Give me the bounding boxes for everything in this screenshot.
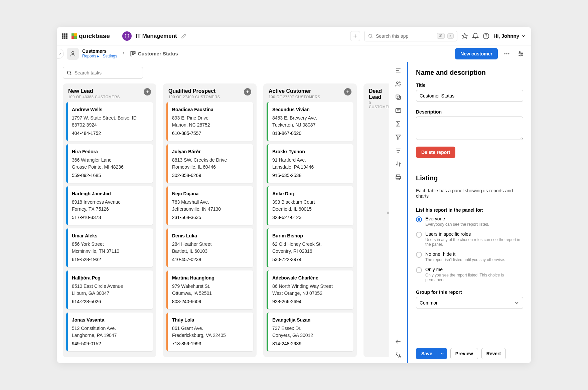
app-name[interactable]: IT Management (136, 33, 177, 39)
title-input[interactable] (416, 90, 523, 102)
radio-label: No one; hide it (425, 251, 505, 257)
card-address-line: 737 Essex Dr. (272, 325, 349, 332)
kanban-card[interactable]: Jonas Vasanta512 Constitution Ave.Langho… (66, 313, 153, 351)
radio-label: Users in specific roles (425, 231, 523, 237)
save-dropdown-button[interactable] (438, 348, 447, 359)
card-phone: 814-248-2939 (272, 340, 349, 347)
radio-label: Only me (425, 267, 523, 272)
card-name: Evangelija Suzan (272, 317, 349, 324)
column-add-button[interactable] (344, 88, 351, 95)
kanban-card[interactable]: Adebowale Charlène86 North Winding Way S… (267, 270, 353, 309)
kanban-card[interactable]: Anke Dorji393 Blackburn CourtDeerfield, … (267, 186, 353, 225)
card-address-line: 893 E. Pine Drive (172, 115, 249, 122)
board-wrap: New Lead100 OF 43388 CUSTOMERSAndrew Wel… (57, 62, 389, 363)
new-customer-button[interactable]: New customer (455, 48, 498, 59)
svg-point-6 (504, 53, 505, 54)
listing-option[interactable]: EveryoneEverybody can see the report lis… (416, 216, 523, 227)
expand-sidebar-button[interactable] (57, 49, 64, 59)
kanban-card[interactable]: Hira Fedora366 Wrangler LaneGrosse Point… (66, 144, 153, 183)
kanban-card[interactable]: Boadicea Faustina893 E. Pine DriveMarion… (166, 102, 253, 141)
star-icon[interactable] (461, 33, 468, 39)
svg-point-14 (399, 82, 400, 83)
kanban-card[interactable]: Denis Luka284 Heather StreetBartlett, IL… (166, 228, 253, 267)
rail-collapse-icon[interactable] (395, 338, 402, 345)
task-search[interactable] (63, 67, 143, 79)
kanban-card[interactable]: Julyan Bárðr8813 SW. Creekside DriveRome… (166, 144, 253, 183)
drag-handle-icon[interactable]: ⠿ (387, 210, 389, 215)
apps-switcher-icon[interactable] (62, 33, 67, 39)
kanban-card[interactable]: Martina Huanglong979 Wakehurst St.Ottumw… (166, 270, 253, 309)
bell-icon[interactable] (472, 33, 479, 39)
rail-sigma-icon[interactable] (395, 120, 402, 128)
radio-desc: The report isn't listed until you say ot… (425, 257, 505, 262)
listing-option[interactable]: No one; hide itThe report isn't listed u… (416, 251, 523, 262)
radio-icon[interactable] (416, 267, 422, 273)
card-address-line: 763 Marshall Ave. (172, 199, 249, 206)
kanban-card[interactable]: Thùy Lola861 Grant Ave.Fredericksburg, V… (166, 313, 253, 351)
listing-option[interactable]: Users in specific rolesUsers in any of t… (416, 231, 523, 247)
reports-link[interactable]: Reports ▸ (82, 54, 99, 58)
listing-prompt: List his report in the panel for: (416, 207, 523, 213)
delete-report-button[interactable]: Delete report (416, 147, 455, 158)
rail-sort-icon[interactable] (395, 147, 402, 154)
radio-desc: Only you see the report listed. This cho… (425, 273, 523, 282)
greeting-text: Hi, Johnny (493, 33, 519, 39)
radio-icon[interactable] (416, 252, 422, 258)
rail-print-icon[interactable] (395, 174, 402, 181)
global-search-input[interactable] (376, 33, 434, 39)
kanban-card[interactable]: Evangelija Suzan737 Essex Dr.Conyers, GA… (267, 313, 353, 351)
brand-mark-icon (71, 33, 77, 39)
kanban-card[interactable]: Nejc Dajana763 Marshall Ave.Jeffersonvil… (166, 186, 253, 225)
user-greeting[interactable]: Hi, Johnny (493, 33, 526, 39)
card-phone: 323-627-0123 (272, 214, 349, 221)
settings-sliders-button[interactable] (516, 49, 526, 59)
radio-icon[interactable] (416, 232, 422, 238)
app-icon[interactable] (122, 31, 132, 41)
more-menu-button[interactable] (502, 49, 512, 59)
settings-link[interactable]: Settings (103, 54, 117, 58)
card-address-line: 393 Blackburn Court (272, 199, 349, 206)
card-address-line: 62 Old Honey Creek St. (272, 241, 349, 248)
card-address-line: Fredericksburg, VA 22405 (172, 332, 249, 339)
rail-layers-icon[interactable] (395, 93, 402, 101)
card-address-line: 284 Heather Street (172, 241, 249, 248)
rail-filter-icon[interactable] (395, 134, 402, 141)
revert-button[interactable]: Revert (481, 348, 506, 359)
column-add-button[interactable] (144, 88, 151, 95)
global-search[interactable]: ⌘ K (364, 31, 457, 41)
rail-swap-icon[interactable] (395, 160, 402, 168)
svg-point-2 (72, 51, 74, 54)
brand-logo[interactable]: quickbase (71, 32, 110, 40)
column-add-button[interactable] (244, 88, 251, 95)
kanban-board[interactable]: New Lead100 OF 43388 CUSTOMERSAndrew Wel… (57, 83, 389, 363)
radio-icon[interactable] (416, 216, 422, 222)
rail-translate-icon[interactable] (395, 351, 402, 359)
kanban-card[interactable]: Hallþóra Peg8510 East Circle AvenueLilbu… (66, 270, 153, 309)
kanban-card[interactable]: Secundus Vivian8453 E. Brewery Ave.Tucke… (267, 102, 353, 141)
card-phone: 302-358-6269 (172, 172, 249, 179)
new-button[interactable] (350, 31, 360, 41)
rail-users-icon[interactable] (395, 80, 402, 87)
svg-point-12 (67, 71, 70, 74)
kanban-card[interactable]: Umar Aleks856 York StreetMcminnville, TN… (66, 228, 153, 267)
rail-fields-icon[interactable] (395, 107, 402, 114)
description-input[interactable] (416, 117, 523, 140)
title-label: Title (416, 82, 523, 88)
rail-name-icon[interactable] (395, 67, 402, 74)
radio-label: Everyone (425, 216, 489, 221)
chevron-down-icon (521, 34, 526, 38)
card-address-line: Marion, NC 28752 (172, 122, 249, 129)
listing-description: Each table has a panel showing its repor… (416, 188, 523, 199)
edit-app-icon[interactable] (181, 33, 186, 39)
save-button[interactable]: Save (416, 348, 438, 359)
table-icon[interactable] (67, 48, 79, 60)
help-icon[interactable] (483, 33, 489, 39)
task-search-input[interactable] (75, 70, 139, 75)
preview-button[interactable]: Preview (450, 348, 478, 359)
kanban-card[interactable]: Harleigh Jamshid8918 Inverness AvenueFor… (66, 186, 153, 225)
listing-option[interactable]: Only meOnly you see the report listed. T… (416, 267, 523, 282)
kanban-card[interactable]: Brokkr Tychon91 Hartford Ave.Lansdale, P… (267, 144, 353, 183)
kanban-card[interactable]: Andrew Wells1797 W. State Street, Boise,… (66, 102, 153, 141)
group-select[interactable]: Common (416, 297, 523, 309)
kanban-card[interactable]: Burim Bishop62 Old Honey Creek St.Covent… (267, 228, 353, 267)
